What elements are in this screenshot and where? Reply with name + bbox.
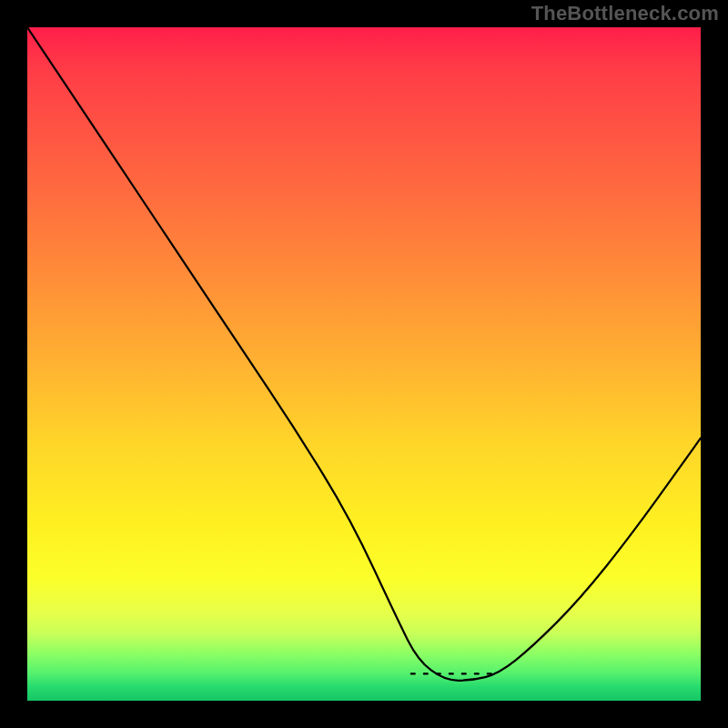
plot-area (27, 27, 701, 701)
chart-frame: TheBottleneck.com (0, 0, 728, 728)
watermark-text: TheBottleneck.com (531, 2, 719, 25)
bottleneck-curve (27, 27, 701, 681)
curve-layer (27, 27, 701, 701)
